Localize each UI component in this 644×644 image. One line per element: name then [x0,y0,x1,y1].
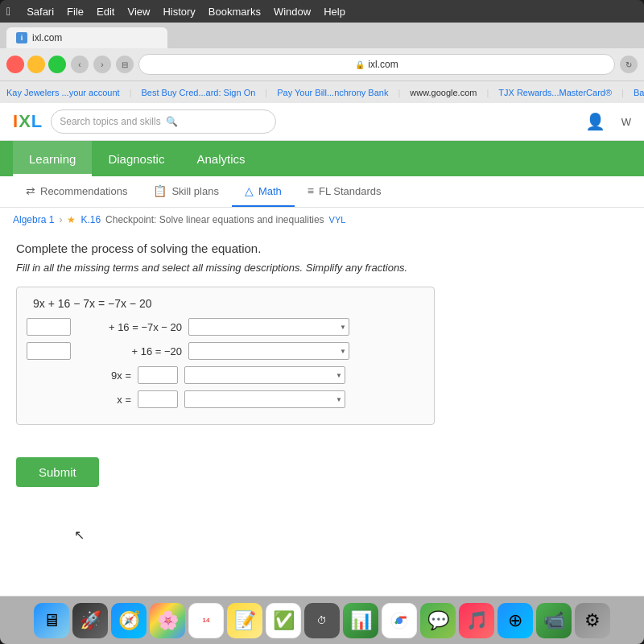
dock-music[interactable]: 🎵 [459,603,494,638]
dock-messages[interactable]: 💬 [420,603,456,638]
breadcrumb-skill-name: Checkpoint: Solve linear equations and i… [105,214,324,225]
cursor: ↖ [74,527,80,537]
bookmark-0[interactable]: Kay Jewelers ...your account [6,88,120,97]
dock-notes[interactable]: 📝 [227,603,262,638]
dock-finder[interactable]: 🖥 [34,603,69,638]
dock-safari[interactable]: 🧭 [111,603,147,638]
bookmark-4[interactable]: TJX Rewards...MasterCard® [498,88,612,97]
nav-learning[interactable]: Learning [13,141,92,176]
back-button[interactable]: ‹ [71,56,89,73]
tab-bar: i ixl.com [0,23,644,48]
breadcrumb-skill-code: K.16 [80,214,101,225]
ixl-header: I X L Search topics and skills 🔍 👤 W [0,103,644,141]
dock-numbers[interactable]: 📊 [343,603,378,638]
subnav-skillplans[interactable]: 📋 Skill plans [140,176,232,207]
ixl-logo[interactable]: I X L [13,111,41,132]
dock-launchpad[interactable]: 🚀 [72,603,108,638]
profile-icon[interactable]: 👤 [585,112,605,131]
maximize-button[interactable] [48,56,66,73]
equation-row-3: 9x = [27,366,424,384]
url-bar[interactable]: 🔒 ixl.com [138,54,615,75]
nav-buttons [6,56,66,73]
subnav-flstandards[interactable]: ≡ FL Standards [295,176,394,207]
forward-button[interactable]: › [93,56,111,73]
dock-facetime[interactable]: 📹 [536,603,572,638]
breadcrumb-tag: VYL [329,215,346,225]
tab-favicon: i [16,32,27,43]
bookmark-3[interactable]: www.google.com [410,88,477,97]
bookmark-5[interactable]: Baker Aviatio...tment Syste [634,88,644,97]
browser-chrome: i ixl.com ‹ › ⊟ 🔒 ixl.com ↻ Kay Jewelers… [0,23,644,103]
menu-view[interactable]: View [127,6,150,18]
submit-area: Submit [0,448,644,497]
refresh-button[interactable]: ↻ [620,56,638,73]
row4-dropdown-wrapper [184,390,345,408]
menu-help[interactable]: Help [324,6,345,18]
dock-clock[interactable]: ⏱ [304,603,340,638]
lock-icon: 🔒 [355,60,365,69]
row4-dropdown[interactable] [184,390,345,408]
search-placeholder-text: Search topics and skills [60,116,160,127]
browser-tab[interactable]: i ixl.com [6,27,167,48]
dock-appstore[interactable]: ⊕ [497,603,533,638]
menu-edit[interactable]: Edit [97,6,114,18]
minimize-button[interactable] [27,56,45,73]
bookmark-2[interactable]: Pay Your Bill...nchrony Bank [277,88,388,97]
row1-input[interactable] [27,318,71,336]
row2-input[interactable] [27,342,71,360]
dock-photos[interactable]: 🌸 [150,603,185,638]
row1-dropdown[interactable] [188,318,349,336]
apple-logo-icon:  [6,5,10,18]
nav-analytics[interactable]: Analytics [180,141,261,176]
sidebar-toggle-button[interactable]: ⊟ [116,56,134,73]
bookmark-1[interactable]: Best Buy Cred...ard: Sign On [141,88,255,97]
mac-dock: 🖥 🚀 🧭 🌸 14 📝 ✅ ⏱ 📊 💬 🎵 ⊕ 📹 ⚙ [0,596,644,644]
search-input-wrapper[interactable]: Search topics and skills 🔍 [51,109,276,134]
question-title: Complete the process of solving the equa… [16,242,628,255]
close-button[interactable] [6,56,24,73]
row3-dropdown-wrapper [184,366,345,384]
row3-text: 9x = [27,369,131,382]
logo-i: I [13,111,17,132]
recommendations-icon: ⇄ [26,184,35,197]
svg-point-2 [397,617,402,623]
menu-window[interactable]: Window [274,6,311,18]
row3-dropdown[interactable] [184,366,345,384]
bookmarks-bar: Kay Jewelers ...your account | Best Buy … [0,80,644,103]
equation-row-2: + 16 = −20 [27,342,424,360]
row4-text: x = [27,394,131,406]
logo-x: X [19,111,30,132]
menu-file[interactable]: File [67,6,84,18]
row1-dropdown-wrapper [188,318,349,336]
dock-settings[interactable]: ⚙ [575,603,610,638]
row1-text: + 16 = −7x − 20 [77,321,182,333]
menu-safari[interactable]: Safari [27,6,54,18]
dock-chrome[interactable] [382,603,417,638]
breadcrumb-subject[interactable]: Algebra 1 [13,214,54,225]
menu-bookmarks[interactable]: Bookmarks [208,6,261,18]
breadcrumb: Algebra 1 › ★ K.16 Checkpoint: Solve lin… [0,208,644,232]
nav-diagnostic[interactable]: Diagnostic [92,141,180,176]
tab-title: ixl.com [32,32,62,43]
equation-box: 9x + 16 − 7x = −7x − 20 + 16 = −7x − 20 … [16,287,435,425]
search-icon: 🔍 [166,116,178,127]
submit-button[interactable]: Submit [16,457,99,487]
logo-l: L [31,111,41,132]
row3-input[interactable] [138,366,178,384]
row2-dropdown[interactable] [188,342,349,360]
subnav-math[interactable]: △ Math [232,176,295,207]
url-text: ixl.com [368,59,398,70]
dock-reminders[interactable]: ✅ [266,603,301,638]
mac-frame:  Safari File Edit View History Bookmark… [0,0,644,644]
row4-input[interactable] [138,390,178,408]
subnav-recommendations[interactable]: ⇄ Recommendations [13,176,140,207]
menu-history[interactable]: History [163,6,195,18]
question-instruction: Fill in all the missing terms and select… [16,262,628,274]
row2-text: + 16 = −20 [77,345,182,357]
equation-row-1: + 16 = −7x − 20 [27,318,424,336]
row2-dropdown-wrapper [188,342,349,360]
skillplans-icon: 📋 [153,184,167,197]
dock-calendar[interactable]: 14 [188,603,224,638]
flstandards-icon: ≡ [308,184,314,197]
address-bar: ‹ › ⊟ 🔒 ixl.com ↻ [0,48,644,80]
